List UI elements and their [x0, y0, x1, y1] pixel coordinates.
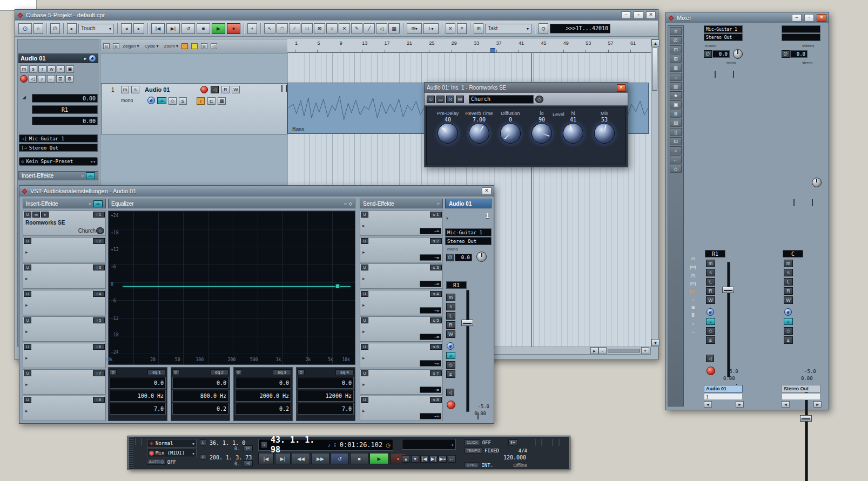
marker-select[interactable] [402, 439, 456, 450]
insert-slot[interactable]: U i 3 ▸ [23, 263, 106, 289]
position-value[interactable]: 43. 1. 1. 98 [271, 435, 325, 455]
inspector-volume-field[interactable]: 0.00 [32, 94, 98, 103]
ch2-input-routing[interactable] [782, 25, 820, 33]
constrain-delay-button[interactable]: ∅ [50, 23, 60, 34]
send-level-value[interactable]: -∞ [420, 228, 441, 234]
track-read-button[interactable]: R [221, 86, 230, 93]
mixer-view-icon[interactable]: [s] [687, 272, 699, 279]
eq-state-icon[interactable]: ◇ [446, 361, 455, 369]
cycle-button[interactable]: ↺ [331, 453, 349, 464]
eq-band-power-button[interactable]: ⊙ [110, 369, 117, 375]
send-slot[interactable]: U s 8 ▸ -∞ [360, 396, 443, 421]
automation-mode-select[interactable]: Touch [78, 24, 114, 33]
record-enable-button[interactable] [20, 75, 28, 83]
scrollbar-thumb[interactable] [652, 48, 657, 91]
slot-expand-icon[interactable]: ▸ [25, 249, 28, 255]
scroll-down-arrow[interactable]: ▾ [651, 339, 660, 346]
slot-expand-icon[interactable]: ▸ [362, 302, 365, 308]
maximize-button[interactable]: ▫ [804, 14, 814, 22]
insert-slot[interactable]: U i 6 ▸ [23, 343, 106, 368]
grid-mode-select[interactable]: Takt [485, 24, 531, 33]
slot-expand-icon[interactable]: ▸ [362, 408, 365, 414]
right-locator-icon[interactable]: R [200, 454, 206, 460]
ch1-fader[interactable] [722, 261, 734, 378]
channel-button[interactable]: s [784, 269, 793, 276]
send-level-value[interactable]: -∞ [420, 281, 441, 287]
insert-power-icon[interactable]: U [24, 397, 31, 403]
eq-band-power-button[interactable]: ⊙ [235, 369, 242, 375]
time-signature-value[interactable]: 4/4 [519, 448, 527, 453]
input-gain-field[interactable]: 0.0 [455, 254, 472, 261]
insert-bypass-icon[interactable]: ▭ [32, 212, 40, 218]
preset-select[interactable]: Church [469, 95, 534, 104]
mixer-view-icon[interactable]: Ⅲ [687, 312, 699, 319]
channel-button[interactable]: W [784, 296, 793, 304]
tool-button[interactable]: ⊠ [314, 23, 325, 33]
strip-button[interactable]: L [446, 312, 455, 320]
prev-marker-icon[interactable]: |◀ [420, 455, 428, 463]
mixer-view-icon[interactable]: ⊞ [687, 304, 699, 311]
slot-expand-icon[interactable]: ▸ [25, 276, 28, 281]
output-routing-field[interactable]: [→ Stereo Out [19, 144, 98, 152]
insert-slot[interactable]: U i 4 ▸ [23, 290, 106, 315]
channel-button[interactable]: W [706, 296, 715, 304]
slot-expand-icon[interactable]: ▸ [362, 329, 365, 334]
plugin-knob[interactable] [531, 123, 552, 144]
snap-grid-toggle[interactable]: # [457, 23, 467, 34]
rewind-button[interactable]: ◀◀ [292, 453, 310, 464]
strip-button[interactable]: R [446, 321, 455, 329]
read-automation-button[interactable]: r [38, 65, 46, 73]
play-button[interactable]: ▶ [369, 453, 389, 464]
tempo-row[interactable]: TEMPO FIXED 4/4 [465, 448, 527, 453]
vertical-scrollbar[interactable]: ▴ ▾ [651, 39, 658, 347]
record-mode-select[interactable]: Normal [147, 439, 197, 448]
plugin-power-button[interactable]: ⊙ [427, 96, 435, 103]
mixer-view-icon[interactable]: ⊟ [687, 255, 699, 262]
insert-power-icon[interactable]: U [24, 238, 31, 244]
send-power-icon[interactable]: U [361, 317, 368, 323]
inspector-pan-field[interactable]: R1 [32, 105, 98, 114]
mixer-rail-icon[interactable]: ⊡ [670, 137, 682, 145]
mixer-rail-icon[interactable]: ▯ [670, 128, 682, 136]
quantize-display[interactable]: >>>1T...42010 [550, 24, 610, 33]
time-value[interactable]: 0:01:26.102 [340, 441, 382, 449]
insert-power-icon[interactable]: U [24, 291, 31, 297]
inspector-track-header[interactable]: Audio 01 ▸ e [18, 53, 98, 63]
slot-expand-icon[interactable]: ▸ [25, 382, 28, 387]
go-to-start-button[interactable]: |◀ [258, 453, 274, 464]
view-filter-dropdown[interactable]: Cycle [144, 44, 158, 49]
tool-button[interactable]: ◁ [376, 23, 387, 33]
mixer-view-icon[interactable]: ♪ [687, 320, 699, 327]
mixer-view-icon[interactable]: [R] [687, 280, 699, 287]
view-filter-dropdown[interactable]: Zoom [164, 44, 178, 49]
crosshair-cursor-button[interactable]: + [247, 23, 257, 34]
go-to-start-button[interactable]: |◀ [151, 23, 165, 34]
mixer-rail-icon[interactable]: ⊟ [670, 45, 682, 53]
ch1-sends-icon[interactable]: ≤ [706, 336, 715, 344]
send-slot[interactable]: U s 7 ▸ -∞ [360, 369, 443, 395]
insert-edit-icon[interactable]: e [41, 212, 49, 218]
insert-power-icon[interactable]: U [24, 212, 31, 218]
strip-button[interactable]: m [446, 294, 455, 301]
monitor-button[interactable]: ◁ [29, 75, 37, 83]
click-row[interactable]: CLICK OFF Ⅱ∗ [465, 439, 518, 445]
eq-preset-icon[interactable]: ◇ [349, 201, 352, 206]
slot-expand-icon[interactable]: ▸ [362, 249, 365, 255]
pan-value-field[interactable]: R1 [446, 281, 467, 289]
send-slot[interactable]: U s 3 ▸ -∞ [360, 263, 443, 289]
mixer-rail-icon[interactable]: ★ [670, 91, 682, 99]
track-list-config-icon[interactable]: ⊞ [113, 43, 119, 49]
tempo-bpm-value[interactable]: 120.000 [503, 455, 526, 460]
ch2-gain-field[interactable]: 0.0 [790, 50, 808, 58]
eq-band-power-button[interactable]: ⊙ [172, 369, 179, 375]
channel-button[interactable]: L [784, 278, 793, 286]
strip-options-icon[interactable] [446, 215, 448, 221]
left-locator-marker[interactable] [490, 48, 495, 52]
mixer-rail-icon[interactable]: ≡ [670, 27, 682, 35]
insert-power-icon[interactable]: U [24, 317, 31, 323]
stop-button[interactable]: ■ [197, 23, 210, 34]
mixer-rail-icon[interactable]: ⌐ [670, 155, 682, 164]
channel-button[interactable]: L [706, 278, 715, 286]
ch2-fader[interactable] [800, 389, 812, 481]
slot-expand-icon[interactable]: ▸ [25, 329, 28, 334]
